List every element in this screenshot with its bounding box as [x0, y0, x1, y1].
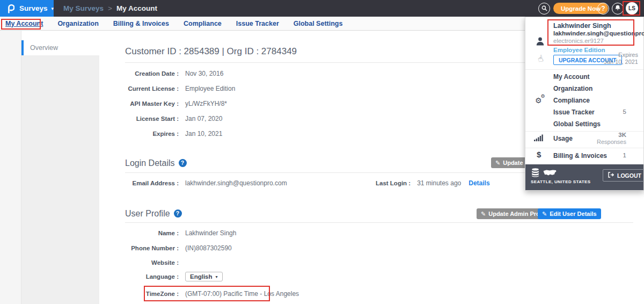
- field-value: lakhwinder.singh@questionpro.com: [185, 179, 287, 187]
- hand-cursor-icon: ☝: [536, 53, 544, 65]
- person-icon: [536, 37, 544, 48]
- breadcrumb-separator: >: [108, 4, 112, 12]
- bell-icon: [614, 4, 621, 13]
- field-label: TimeZone :: [125, 291, 179, 297]
- divider: [125, 222, 633, 223]
- field-value: Lakhwinder Singh: [185, 229, 236, 237]
- menu-item-usage[interactable]: Usage: [553, 135, 573, 142]
- gears-icon: ⚙⚙: [535, 96, 542, 105]
- logout-button[interactable]: LOGOUT: [603, 169, 644, 182]
- field-phone-number: Phone Number : (IN)8087302590: [125, 244, 232, 252]
- field-value: (IN)8087302590: [185, 244, 232, 252]
- breadcrumb-current: My Account: [116, 4, 157, 12]
- button-label: LOGOUT: [617, 172, 641, 179]
- bar-chart-icon: [534, 134, 543, 143]
- field-label: License Start :: [125, 115, 179, 122]
- notifications-button[interactable]: [612, 3, 624, 15]
- logout-icon: [608, 172, 614, 179]
- search-icon: [541, 4, 547, 13]
- help-icon[interactable]: ?: [174, 209, 182, 218]
- sidebar-item-overview[interactable]: Overview: [21, 40, 99, 55]
- usage-unit: Responses: [590, 139, 626, 145]
- help-icon[interactable]: ?: [179, 159, 187, 167]
- edit-icon: ✎: [481, 211, 486, 218]
- top-bar: Surveys ▾ My Surveys > My Account Upgrad…: [0, 0, 644, 17]
- field-value: Jan 10, 2021: [185, 130, 222, 137]
- tab-compliance[interactable]: Compliance: [184, 20, 222, 27]
- field-label: Creation Date :: [125, 70, 179, 77]
- field-last-login: Last Login : 31 minutes ago Details: [376, 179, 490, 187]
- field-expires: Expires : Jan 10, 2021: [125, 130, 222, 137]
- field-label: Expires :: [125, 131, 179, 137]
- field-api-master-key: API Master Key : yL/WzFkYH/8*: [125, 100, 227, 107]
- search-button[interactable]: [538, 3, 550, 15]
- tab-global-settings[interactable]: Global Settings: [294, 20, 343, 27]
- field-creation-date: Creation Date : Nov 30, 2016: [125, 70, 223, 77]
- user-profile-heading: User Profile?: [125, 209, 182, 219]
- menu-item-my-account[interactable]: My Account: [553, 73, 590, 81]
- account-dropdown-panel: Lakhwinder Singh lakhwinder.singh@questi…: [525, 17, 644, 191]
- chevron-down-icon: ▾: [216, 274, 218, 279]
- field-label: API Master Key :: [125, 100, 179, 107]
- field-label: Website :: [125, 259, 179, 266]
- sidebar-body: [21, 55, 99, 304]
- field-email-address: Email Address : lakhwinder.singh@questio…: [125, 179, 287, 187]
- edit-user-details-button[interactable]: ✎ Edit User Details: [538, 208, 601, 219]
- language-value: English: [190, 273, 213, 280]
- tab-organization[interactable]: Organization: [57, 20, 98, 27]
- field-label: Current License :: [125, 85, 179, 92]
- menu-item-billing-invoices[interactable]: Billing & Invoices: [553, 152, 607, 160]
- field-website: Website :: [125, 259, 185, 266]
- field-license-start: License Start : Jan 07, 2020: [125, 115, 222, 122]
- field-current-license: Current License : Employee Edition: [125, 85, 235, 92]
- expires-label: Expires: [602, 52, 638, 59]
- chevron-down-icon: ▾: [52, 6, 54, 11]
- field-label: Email Address :: [125, 180, 179, 186]
- menu-item-compliance[interactable]: Compliance: [553, 97, 590, 104]
- section-title: Login Details: [125, 158, 175, 168]
- tab-issue-tracker[interactable]: Issue Tracker: [236, 20, 279, 27]
- field-name: Name : Lakhwinder Singh: [125, 229, 236, 237]
- dropdown-user-email: lakhwinder.singh@questionpro.com: [553, 30, 644, 37]
- left-rail: [0, 31, 21, 304]
- field-timezone: TimeZone : (GMT-07:00) Pacific Time - Lo…: [125, 290, 299, 298]
- menu-item-issue-tracker[interactable]: Issue Tracker: [553, 108, 595, 116]
- sidebar-item-label: Overview: [30, 44, 58, 52]
- divider: [525, 69, 643, 70]
- datacenter-location: SEATTLE, UNITED STATES: [531, 179, 590, 184]
- database-icon: [531, 168, 539, 179]
- field-value: yL/WzFkYH/8*: [185, 100, 227, 107]
- questionpro-logo-icon: [6, 3, 14, 13]
- dollar-icon: $: [537, 150, 541, 159]
- dropdown-edition-link[interactable]: Employee Edition: [553, 47, 605, 53]
- page-title: Customer ID : 2854389 | Org ID : 2784349: [125, 46, 297, 57]
- surveys-product-menu[interactable]: Surveys ▾: [0, 0, 54, 17]
- field-label: Last Login :: [376, 180, 411, 186]
- language-select[interactable]: English ▾: [185, 272, 223, 281]
- user-avatar[interactable]: LS: [626, 2, 638, 15]
- edit-icon: ✎: [495, 160, 500, 167]
- usage-value: 3K: [590, 132, 626, 138]
- breadcrumb-my-surveys[interactable]: My Surveys: [63, 4, 104, 12]
- dropdown-username: electronics.er9127: [553, 38, 604, 44]
- question-mark-icon: ?: [601, 5, 605, 12]
- tab-my-account[interactable]: My Account: [5, 20, 43, 27]
- field-language: Language : English ▾: [125, 272, 223, 281]
- help-button[interactable]: ?: [597, 3, 609, 15]
- section-title: User Profile: [125, 209, 170, 218]
- field-value: Employee Edition: [185, 85, 235, 92]
- field-value: 31 minutes ago: [417, 179, 461, 187]
- menu-item-organization[interactable]: Organization: [553, 85, 592, 92]
- billing-badge: 1: [606, 152, 626, 158]
- dropdown-expires: Expires Jan 10, 2021: [602, 52, 638, 66]
- tab-billing-invoices[interactable]: Billing & Invoices: [113, 20, 169, 27]
- details-link[interactable]: Details: [469, 179, 489, 187]
- field-value: Nov 30, 2016: [185, 70, 223, 77]
- issue-tracker-badge: 5: [606, 108, 626, 115]
- field-label: Name :: [125, 230, 179, 236]
- field-value: (GMT-07:00) Pacific Time - Los Angeles: [185, 290, 299, 298]
- dropdown-footer: SEATTLE, UNITED STATES LOGOUT: [525, 164, 643, 190]
- menu-item-global-settings[interactable]: Global Settings: [553, 120, 601, 128]
- button-label: Edit User Details: [550, 211, 596, 217]
- login-details-heading: Login Details?: [125, 158, 187, 168]
